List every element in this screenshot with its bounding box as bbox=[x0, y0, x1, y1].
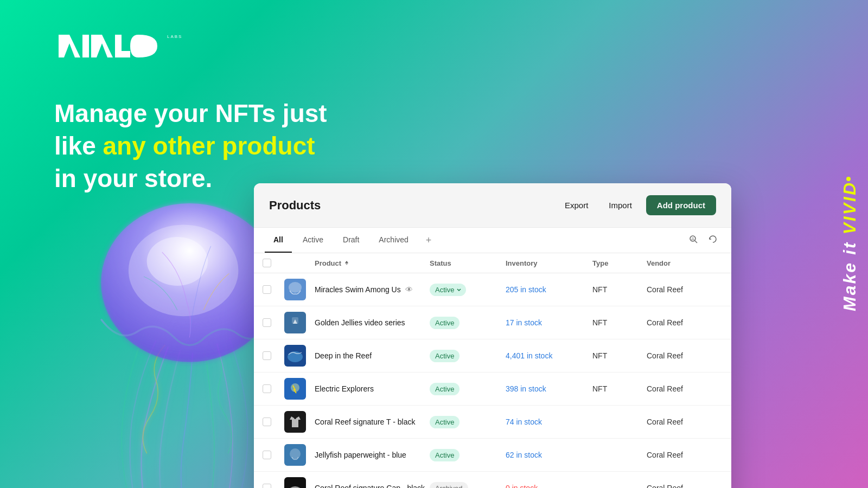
vendor-cell: Coral Reef bbox=[647, 285, 723, 294]
table-row: Jellyfish paperweight - blue Active 62 i… bbox=[254, 439, 731, 472]
inventory-zero: 0 in stock bbox=[506, 484, 538, 488]
inventory-link[interactable]: 74 in stock bbox=[506, 418, 542, 426]
row-checkbox[interactable] bbox=[263, 484, 284, 488]
type-cell: NFT bbox=[592, 285, 647, 294]
svg-rect-1 bbox=[82, 35, 89, 57]
product-thumbnail bbox=[284, 444, 306, 466]
search-filter-button[interactable] bbox=[686, 232, 701, 249]
visibility-icon[interactable]: 👁 bbox=[405, 285, 413, 294]
tabs-right bbox=[686, 232, 720, 249]
tagline-line2: like any other product bbox=[54, 130, 327, 163]
column-type: Type bbox=[592, 259, 647, 267]
product-thumbnail bbox=[284, 345, 306, 367]
type-cell: NFT bbox=[592, 318, 647, 327]
column-inventory: Inventory bbox=[506, 259, 592, 267]
table-row: Golden Jellies video series Active 17 in… bbox=[254, 306, 731, 339]
product-thumbnail bbox=[284, 279, 306, 300]
row-checkbox[interactable] bbox=[263, 418, 284, 426]
labs-text: LABS bbox=[166, 33, 182, 49]
inventory-cell: 398 in stock bbox=[506, 384, 592, 394]
status-cell: Archived bbox=[430, 482, 506, 489]
refresh-button[interactable] bbox=[705, 232, 720, 249]
row-checkbox[interactable] bbox=[263, 451, 284, 459]
inventory-link[interactable]: 4,401 in stock bbox=[506, 351, 552, 360]
row-checkbox[interactable] bbox=[263, 285, 284, 294]
inventory-link[interactable]: 62 in stock bbox=[506, 451, 542, 459]
type-cell: NFT bbox=[592, 351, 647, 360]
vivid-watermark: Make it VIVID bbox=[840, 0, 860, 488]
vendor-cell: Coral Reef bbox=[647, 418, 723, 426]
inventory-cell: 0 in stock bbox=[506, 483, 592, 488]
product-thumbnail bbox=[284, 378, 306, 400]
type-cell: NFT bbox=[592, 384, 647, 393]
vendor-cell: Coral Reef bbox=[647, 384, 723, 393]
status-cell: Active bbox=[430, 350, 506, 362]
status-badge: Archived bbox=[430, 482, 468, 489]
inventory-link[interactable]: 205 in stock bbox=[506, 285, 546, 294]
product-name: Electric Explorers bbox=[315, 384, 430, 393]
table-row: Deep in the Reef Active 4,401 in stock N… bbox=[254, 339, 731, 373]
header-actions: Export Import Add product bbox=[558, 195, 716, 215]
svg-point-14 bbox=[289, 282, 302, 293]
column-vendor: Vendor bbox=[647, 259, 723, 267]
vendor-cell: Coral Reef bbox=[647, 318, 723, 327]
product-name: Coral Reef signature Cap - black bbox=[315, 484, 430, 488]
add-product-button[interactable]: Add product bbox=[646, 195, 716, 215]
svg-point-9 bbox=[690, 236, 695, 241]
product-name: Miracles Swim Among Us 👁 bbox=[315, 285, 430, 294]
status-cell: Active bbox=[430, 416, 506, 428]
inventory-cell: 17 in stock bbox=[506, 318, 592, 328]
tab-active[interactable]: Active bbox=[294, 228, 332, 253]
table-row: Electric Explorers Active 398 in stock N… bbox=[254, 373, 731, 406]
export-button[interactable]: Export bbox=[558, 196, 595, 214]
tab-draft[interactable]: Draft bbox=[334, 228, 368, 253]
svg-rect-4 bbox=[115, 51, 130, 57]
svg-text:LABS: LABS bbox=[167, 34, 182, 39]
product-name: Jellyfish paperweight - blue bbox=[315, 451, 430, 459]
vendor-cell: Coral Reef bbox=[647, 484, 723, 488]
column-status: Status bbox=[430, 259, 506, 267]
vendor-cell: Coral Reef bbox=[647, 351, 723, 360]
status-cell: Active bbox=[430, 449, 506, 461]
products-table: Product Status Inventory Type Vendor Mir… bbox=[254, 253, 731, 488]
status-badge: Active bbox=[430, 317, 459, 329]
inventory-link[interactable]: 398 in stock bbox=[506, 384, 546, 393]
panel-header: Products Export Import Add product bbox=[254, 183, 731, 228]
product-thumbnail bbox=[284, 477, 306, 488]
table-row: Coral Reef signature Cap - black Archive… bbox=[254, 472, 731, 488]
status-cell: Active bbox=[430, 317, 506, 329]
tabs-bar: All Active Draft Archived + bbox=[254, 228, 731, 253]
status-cell: Active bbox=[430, 383, 506, 395]
inventory-cell: 62 in stock bbox=[506, 450, 592, 460]
table-row: Miracles Swim Among Us 👁 Active 205 in s… bbox=[254, 273, 731, 306]
products-panel: Products Export Import Add product All A… bbox=[254, 183, 731, 488]
product-name: Deep in the Reef bbox=[315, 351, 430, 360]
tab-all[interactable]: All bbox=[265, 228, 292, 253]
status-cell: Active bbox=[430, 284, 506, 296]
product-thumbnail bbox=[284, 312, 306, 333]
inventory-cell: 4,401 in stock bbox=[506, 351, 592, 361]
table-header: Product Status Inventory Type Vendor bbox=[254, 253, 731, 273]
row-checkbox[interactable] bbox=[263, 318, 284, 327]
logo-icon bbox=[54, 33, 163, 62]
row-checkbox[interactable] bbox=[263, 384, 284, 393]
vivid-prefix: Make it bbox=[840, 235, 859, 311]
panel-title: Products bbox=[269, 198, 321, 213]
logo-area: LABS bbox=[54, 33, 182, 62]
status-badge: Active bbox=[430, 449, 459, 461]
import-button[interactable]: Import bbox=[602, 196, 639, 214]
status-badge: Active bbox=[430, 416, 459, 428]
tab-add-button[interactable]: + bbox=[419, 229, 438, 252]
row-checkbox[interactable] bbox=[263, 351, 284, 360]
select-all-checkbox[interactable] bbox=[263, 259, 284, 267]
product-thumbnail bbox=[284, 411, 306, 433]
svg-line-10 bbox=[695, 241, 697, 243]
inventory-cell: 205 in stock bbox=[506, 285, 592, 294]
inventory-link[interactable]: 17 in stock bbox=[506, 318, 542, 327]
inventory-cell: 74 in stock bbox=[506, 417, 592, 427]
vivid-word: VIVID bbox=[840, 181, 859, 235]
tab-archived[interactable]: Archived bbox=[370, 228, 417, 253]
status-badge[interactable]: Active bbox=[430, 284, 466, 296]
table-row: Coral Reef signature T - black Active 74… bbox=[254, 406, 731, 439]
svg-point-24 bbox=[290, 448, 301, 459]
